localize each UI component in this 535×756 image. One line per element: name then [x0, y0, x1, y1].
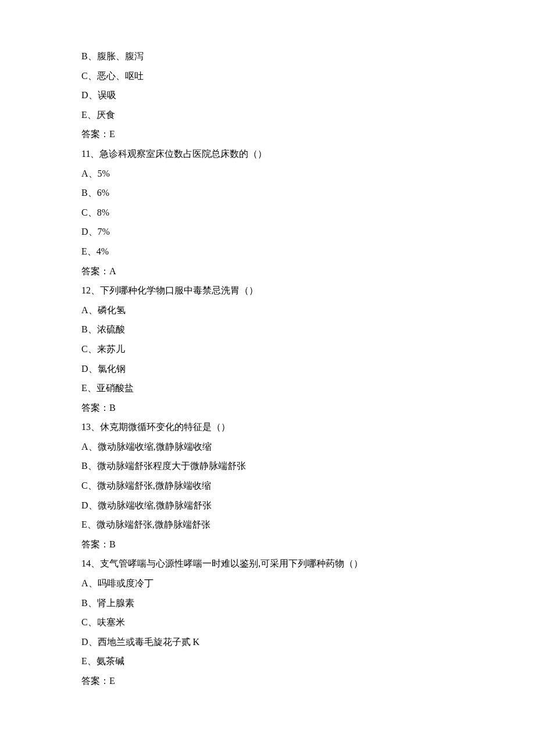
option-line: D、微动脉端收缩,微静脉端舒张 [81, 496, 454, 515]
question-line: 14、支气管哮喘与心源性哮喘一时难以鉴别,可采用下列哪种药物（） [81, 554, 454, 574]
option-line: E、微动脉端舒张,微静脉端舒张 [81, 515, 454, 535]
option-line: A、微动脉端收缩,微静脉端收缩 [81, 437, 454, 457]
option-line: E、氨茶碱 [81, 651, 454, 671]
answer-line: 答案：E [81, 671, 454, 691]
question-line: 11、急诊科观察室床位数占医院总床数的（） [81, 144, 454, 164]
answer-line: 答案：B [81, 535, 454, 554]
option-line: A、磷化氢 [81, 300, 454, 320]
option-line: B、肾上腺素 [81, 593, 454, 613]
option-line: B、腹胀、腹泻 [81, 46, 454, 66]
question-line: 12、下列哪种化学物口服中毒禁忌洗胃（） [81, 281, 454, 300]
option-line: C、恶心、呕吐 [81, 66, 454, 86]
option-line: C、微动脉端舒张,微静脉端收缩 [81, 476, 454, 496]
document-page: B、腹胀、腹泻 C、恶心、呕吐 D、误吸 E、厌食 答案：E 11、急诊科观察室… [0, 0, 535, 756]
answer-line: 答案：B [81, 398, 454, 418]
option-line: B、浓硫酸 [81, 320, 454, 339]
option-line: E、4% [81, 242, 454, 261]
option-line: D、7% [81, 222, 454, 242]
option-line: B、微动脉端舒张程度大于微静脉端舒张 [81, 456, 454, 476]
answer-line: 答案：A [81, 261, 454, 281]
option-line: E、厌食 [81, 105, 454, 125]
option-line: C、呋塞米 [81, 612, 454, 632]
option-line: E、亚硝酸盐 [81, 378, 454, 398]
question-line: 13、休克期微循环变化的特征是（） [81, 417, 454, 437]
option-line: C、来苏儿 [81, 339, 454, 359]
option-line: D、西地兰或毒毛旋花子贰 K [81, 632, 454, 652]
option-line: D、氯化钢 [81, 359, 454, 379]
answer-line: 答案：E [81, 124, 454, 144]
option-line: D、误吸 [81, 85, 454, 105]
option-line: C、8% [81, 203, 454, 223]
option-line: B、6% [81, 183, 454, 203]
option-line: A、5% [81, 164, 454, 184]
option-line: A、吗啡或度冷丁 [81, 574, 454, 593]
